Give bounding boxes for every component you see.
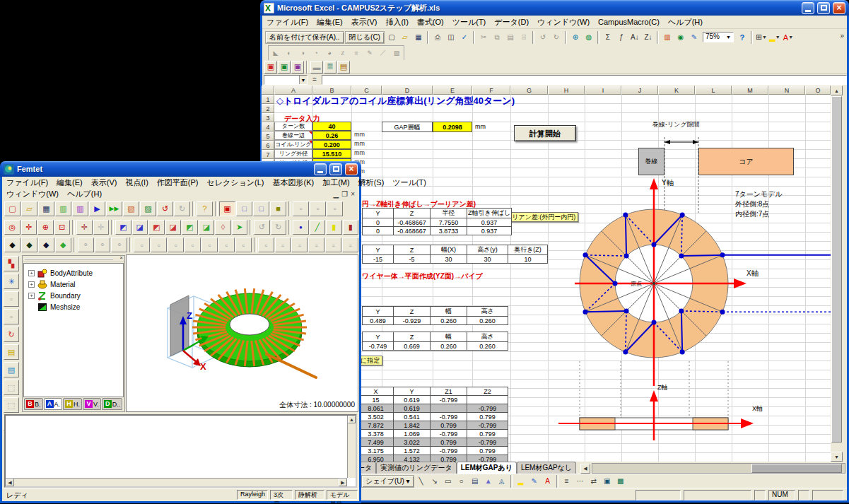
femtet-view-xy-icon[interactable]: ◩ — [115, 220, 131, 235]
sheet-tab[interactable]: 実測値のリングデータ — [376, 462, 456, 474]
femtet-mesh6-icon[interactable]: ▫ — [342, 238, 358, 252]
oval-icon[interactable]: ○ — [455, 475, 468, 488]
log-hscrollbar[interactable]: ◀ ▶ — [6, 478, 347, 486]
menu-item-femtet[interactable]: ツール(T) — [388, 176, 431, 189]
row-header-3[interactable]: 3 — [262, 113, 274, 122]
minimize-button[interactable] — [802, 2, 814, 14]
femtet-undo-view-icon[interactable]: ↺ — [254, 220, 270, 235]
femtet-pick-icon[interactable]: ➤ — [232, 220, 248, 235]
fill-color-icon[interactable]: ▂▼ — [768, 31, 781, 44]
femtet-view-yx-icon[interactable]: ◪ — [132, 220, 148, 235]
name-box[interactable]: ▼ — [264, 75, 308, 85]
3d-viewport[interactable]: ZX 全体寸法 : 10.00000000 — [126, 254, 358, 412]
chart-tool-icon[interactable]: ◣ — [269, 47, 282, 59]
tree-item-bodyattribute[interactable]: +BodyAttribute — [28, 267, 122, 279]
threed-icon[interactable]: ▩ — [614, 475, 627, 488]
select-all-corner[interactable] — [262, 86, 274, 95]
menu-item-femtet[interactable]: セレクション(L) — [202, 176, 268, 189]
menu-item-femtet[interactable]: 作図平面(P) — [153, 176, 203, 189]
chart-tool-icon[interactable]: ✎ — [363, 47, 376, 59]
femtet-link3-icon[interactable]: ⚬ — [111, 238, 127, 252]
femtet-run-icon[interactable]: ▶ — [89, 201, 105, 216]
menu-item-excel[interactable]: ヘルプ(H) — [664, 16, 707, 29]
tree-expand-icon[interactable]: + — [28, 270, 35, 276]
spelling-icon[interactable]: ✓ — [458, 31, 471, 44]
horizontal-scrollbar[interactable] — [592, 463, 845, 474]
chart-tool-icon[interactable]: ◐ — [283, 47, 295, 59]
menu-item-excel[interactable]: 表示(V) — [347, 16, 382, 29]
tree-expand-icon[interactable]: + — [28, 281, 35, 288]
column-header-J[interactable]: J — [621, 86, 658, 95]
print-icon[interactable]: ⎙ — [431, 31, 444, 44]
column-header-K[interactable]: K — [658, 86, 695, 95]
menu-item-excel[interactable]: 挿入(I) — [381, 16, 412, 29]
femtet-axis-front-icon[interactable]: ◆ — [21, 238, 37, 252]
restore-button[interactable] — [817, 2, 830, 14]
mdi-close-icon[interactable]: × — [351, 190, 355, 198]
scroll-up-icon[interactable]: ▲ — [348, 416, 356, 423]
femtet-view-zy-icon[interactable]: ◪ — [165, 220, 182, 235]
mdi-restore-icon[interactable]: ❒ — [341, 190, 348, 198]
function-icon[interactable]: ƒ — [615, 31, 628, 44]
femtet-pan-icon[interactable]: ✛ — [21, 220, 37, 235]
sheet-tab[interactable]: LEM材GAPあり — [457, 462, 517, 474]
menu-item-femtet[interactable]: 加工(M) — [318, 176, 354, 189]
femtet-box-icon[interactable]: ▮ — [343, 220, 359, 235]
drawing-icon[interactable]: ✎ — [688, 31, 701, 44]
femtet-titlebar[interactable]: Femtet × — [0, 161, 361, 177]
restore-button[interactable] — [329, 163, 342, 175]
femtet-op7-icon[interactable]: ▫ — [235, 238, 252, 252]
field-value-cell[interactable]: 15.510 — [312, 149, 351, 158]
textbox-icon[interactable]: ▤ — [469, 475, 481, 488]
femtet-vertex-mode-icon[interactable]: ■ — [270, 201, 286, 216]
column-header-H[interactable]: H — [548, 86, 585, 95]
rect-icon[interactable]: ▭ — [442, 475, 455, 488]
line-icon[interactable]: ╲ — [415, 475, 428, 488]
mdi-minimize-icon[interactable]: ▁ — [333, 190, 339, 198]
cut-icon[interactable]: ✂ — [477, 31, 490, 44]
column-header-F[interactable]: F — [472, 86, 510, 95]
column-header-D[interactable]: D — [382, 86, 433, 95]
scroll-right-icon[interactable]: ▶ — [339, 479, 347, 486]
femtet-op4-icon[interactable]: ▫ — [185, 238, 201, 252]
diagram-icon[interactable]: ◬ — [496, 475, 508, 488]
femtet-redo-icon[interactable]: ↻ — [174, 201, 190, 216]
format-painter-icon[interactable]: ⌹ — [517, 31, 530, 44]
femtet-sel-icon[interactable]: ▫ — [293, 201, 309, 216]
close-button[interactable]: × — [833, 2, 845, 14]
paste-icon[interactable]: ▤ — [504, 31, 517, 44]
chart-tool-icon[interactable]: ◔ — [310, 47, 322, 59]
addin-icon-green[interactable]: ▣ — [278, 61, 291, 74]
shadow-icon[interactable]: ▣ — [601, 475, 614, 488]
femtet-move-icon[interactable]: ✛ — [76, 220, 93, 235]
tree-tab-H[interactable]: HH. — [63, 398, 82, 410]
tree-expand-icon[interactable]: + — [28, 293, 35, 299]
femtet-vb-draw-icon[interactable]: ▚ — [4, 256, 19, 271]
menu-item-excel[interactable]: ファイル(F) — [262, 16, 312, 29]
line-color-icon[interactable]: ✎ — [528, 475, 541, 488]
femtet-vb-stack1-icon[interactable]: ▤ — [4, 344, 19, 360]
tree-tab-D[interactable]: DD.. — [102, 398, 123, 410]
tree-item-material[interactable]: +Material — [28, 279, 122, 290]
femtet-op2-icon[interactable]: ▫ — [151, 238, 167, 252]
column-header-A[interactable]: A — [274, 86, 312, 95]
close-button[interactable]: × — [345, 163, 358, 175]
femtet-axis-iso-icon[interactable]: ◆ — [4, 238, 21, 252]
femtet-op3-icon[interactable]: ▫ — [168, 238, 184, 252]
femtet-link1-icon[interactable]: ⚬ — [78, 238, 94, 252]
save-as-button[interactable]: 名前を付けて保存(A).. — [265, 31, 344, 44]
femtet-op6-icon[interactable]: ▫ — [218, 238, 235, 252]
femtet-open-icon[interactable]: ▱ — [21, 201, 37, 216]
femtet-face-mode-icon[interactable]: □ — [236, 201, 252, 216]
new-file-icon[interactable]: ▢ — [385, 31, 398, 44]
addin-clip-icon[interactable]: ▤ — [337, 61, 350, 74]
femtet-link2-icon[interactable]: ⚬ — [95, 238, 111, 252]
addin-icon-purple[interactable]: ▣ — [291, 61, 304, 74]
mdi-window-controls[interactable]: ▁❒× — [333, 190, 355, 198]
vertical-scroll-thumb[interactable] — [831, 96, 842, 443]
femtet-edge-mode-icon[interactable]: □ — [253, 201, 269, 216]
menu-item-excel[interactable]: 書式(O) — [413, 16, 448, 29]
femtet-new-model-icon[interactable]: ▢ — [4, 201, 21, 216]
chart-tool-icon[interactable]: ／ — [377, 47, 390, 59]
tree-tab-A[interactable]: AA. — [44, 398, 63, 410]
